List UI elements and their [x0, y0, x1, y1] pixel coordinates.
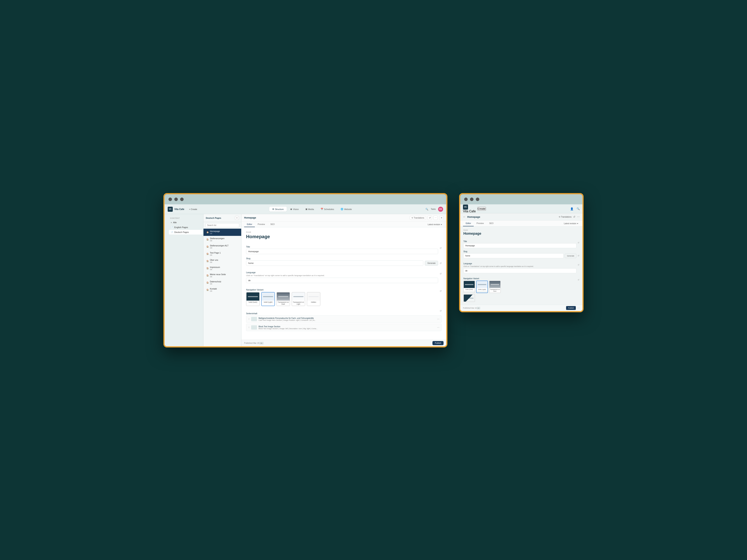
- nav-tab-vision[interactable]: ◉ Vision: [287, 207, 302, 212]
- sidebar: Content ≡ Alle 📄 English Pages 📄 Deutsch…: [164, 214, 204, 346]
- page-item-stellenanzeigen-alt[interactable]: 🏠 Stellenanzeigen ALT DE: [204, 243, 241, 250]
- add-page-button[interactable]: +: [235, 216, 239, 220]
- sec-page-big-title: Homepage: [463, 232, 579, 236]
- sec-generate-slug-button[interactable]: Generate: [565, 254, 576, 258]
- sec-page-section-label: Page: [463, 229, 579, 231]
- sec-traffic-light-close[interactable]: [464, 197, 468, 201]
- page-item-impressum[interactable]: 🏠 Impressum DE: [204, 265, 241, 272]
- sec-nav-variant-solid-dark-preview: [464, 281, 475, 288]
- sec-nav-variant-transparent-dark[interactable]: Transparent on Dark: [489, 281, 501, 293]
- more-options-button[interactable]: ⋯: [433, 216, 438, 220]
- tab-seo[interactable]: SEO: [268, 222, 277, 227]
- sec-traffic-light-minimize[interactable]: [470, 197, 473, 201]
- nav-variant-sync-icon[interactable]: ↺: [440, 290, 442, 292]
- sec-tab-editor[interactable]: Editor: [463, 220, 474, 226]
- slug-sync-icon[interactable]: ↺: [440, 262, 442, 265]
- sec-language-field-input[interactable]: [463, 268, 576, 273]
- sec-traffic-light-maximize[interactable]: [476, 197, 479, 201]
- sidebar-item-alle[interactable]: ≡ Alle: [169, 220, 203, 225]
- tasks-label[interactable]: Tasks: [431, 208, 436, 210]
- generate-slug-button[interactable]: Generate: [425, 261, 438, 266]
- page-item-uber-uns[interactable]: 🏠 Über uns DE: [204, 258, 241, 265]
- tab-editor[interactable]: Editor: [244, 222, 255, 227]
- drag-handle-0[interactable]: ⠿: [248, 318, 250, 320]
- slug-field-label: Slug: [246, 257, 442, 260]
- title-sync-icon[interactable]: ↺: [440, 247, 442, 249]
- content-sync-icon[interactable]: ↺: [440, 310, 442, 312]
- page-item-stellenanzeigen[interactable]: 🏠 Stellenanzeigen DE: [204, 236, 241, 243]
- content-item-0[interactable]: ⠿ Maßgeschneiderte Personalsuche für Fac…: [246, 315, 442, 323]
- translations-button[interactable]: ⟲ Translations: [410, 216, 426, 220]
- sec-slug-field-input[interactable]: [463, 254, 564, 258]
- sec-nav-variant-sync-icon[interactable]: ↺: [577, 278, 579, 281]
- published-label: Published Mar 15: [244, 342, 259, 344]
- sec-tab-seo[interactable]: SEO: [487, 220, 496, 226]
- sidebar-item-english-pages[interactable]: 📄 English Pages: [169, 225, 203, 230]
- main-content: Content ≡ Alle 📄 English Pages 📄 Deutsch…: [164, 214, 446, 346]
- sec-translations-button[interactable]: ⟲ Translations: [559, 216, 571, 218]
- page-item-kontakt[interactable]: 🏠 Kontakt DE: [204, 286, 241, 293]
- nav-tab-website[interactable]: 🌐 Website: [337, 207, 355, 212]
- page-item-meine-neue-seite[interactable]: 🏠 Meine neue Seite DE: [204, 272, 241, 279]
- user-avatar[interactable]: DS: [438, 207, 443, 212]
- nav-tab-structure[interactable]: ⊞ Structure: [269, 207, 287, 212]
- sec-language-sync-icon[interactable]: ↺: [577, 264, 579, 266]
- title-field-input[interactable]: [246, 249, 438, 254]
- nav-tab-schedules[interactable]: 📅 Schedules: [317, 207, 337, 212]
- create-button[interactable]: + Create: [187, 207, 199, 211]
- page-item-datenschutz[interactable]: 🏠 Datenschutz DE: [204, 279, 241, 286]
- tab-preview[interactable]: Preview: [255, 222, 267, 227]
- sec-publish-button[interactable]: Publish: [566, 306, 576, 310]
- sec-nav-variant-extra[interactable]: [463, 294, 475, 302]
- sec-more-options-button[interactable]: ⋯: [577, 215, 580, 218]
- sidebar-item-deutsch-pages[interactable]: 📄 Deutsch Pages: [169, 230, 203, 235]
- sec-back-button[interactable]: ←: [463, 215, 466, 218]
- sec-tab-preview[interactable]: Preview: [474, 220, 486, 226]
- nav-variant-hidden[interactable]: Hidden: [307, 292, 320, 306]
- nav-tab-media[interactable]: ▣ Media: [302, 207, 317, 212]
- content-item-more-1[interactable]: ⋯: [437, 326, 439, 329]
- refresh-button[interactable]: ↺: [428, 216, 432, 220]
- content-item-more-0[interactable]: ⋯: [437, 318, 439, 320]
- page-item-homepage[interactable]: 🏠 Homepage DE: [204, 229, 241, 236]
- sec-chevron-down-icon: ▾: [577, 222, 578, 224]
- sec-create-button[interactable]: Create: [478, 207, 486, 211]
- sec-nav-variant-solid-light-label: Solid (Light): [476, 288, 488, 291]
- lang-badge: de: [259, 342, 264, 345]
- sec-user-icon[interactable]: 👤: [570, 207, 573, 210]
- editor-content: Page Homepage Title ↺ Slug: [241, 227, 446, 340]
- drag-handle-1[interactable]: ⠿: [248, 326, 250, 329]
- nav-variant-transparent-dark[interactable]: Transparent on Dark: [277, 292, 290, 306]
- page-item-test-page-1[interactable]: 🏠 Test Page 1 DE: [204, 250, 241, 258]
- sec-bottombar-more[interactable]: ⋯: [577, 306, 580, 309]
- sec-revision-selector[interactable]: Latest revision ▾: [562, 222, 580, 225]
- traffic-light-close[interactable]: [169, 197, 172, 201]
- sec-language-field-desc: Click on "Translations" on top right cor…: [463, 265, 576, 267]
- search-icon[interactable]: 🔍: [426, 208, 428, 211]
- sec-refresh-button[interactable]: ↺: [573, 215, 575, 218]
- language-field-input[interactable]: [246, 278, 438, 283]
- sec-search-icon[interactable]: 🔍: [576, 207, 580, 210]
- sec-nav-variant-solid-dark[interactable]: Solid (Dark): [463, 281, 475, 293]
- traffic-light-maximize[interactable]: [180, 197, 184, 201]
- publish-button[interactable]: Publish: [433, 341, 443, 345]
- sec-title-field-input[interactable]: [463, 243, 576, 248]
- nav-variant-label: Navigation Variant: [246, 289, 438, 291]
- traffic-light-minimize[interactable]: [174, 197, 178, 201]
- sec-nav-variant-solid-light[interactable]: Solid (Light): [476, 281, 488, 293]
- search-input[interactable]: [205, 223, 239, 227]
- revision-selector[interactable]: Latest revision ▾: [426, 222, 443, 227]
- nav-variant-solid-light[interactable]: Solid (Light): [261, 292, 275, 306]
- nav-variant-transparent-light[interactable]: Transparent on Light: [291, 292, 305, 306]
- chevron-down-icon: ▾: [441, 223, 442, 225]
- sec-slug-field-row: Generate ↺: [463, 254, 579, 258]
- slug-field-input[interactable]: [246, 260, 423, 266]
- language-sync-icon[interactable]: ↺: [440, 272, 442, 275]
- kontakt-icon: 🏠: [206, 289, 209, 291]
- sec-logo-area: VC Vita Cafe: [463, 205, 476, 213]
- nav-variant-solid-dark[interactable]: Solid (Dark): [246, 292, 260, 306]
- content-item-1[interactable]: ⠿ Block Text Image Section Block Text Im…: [246, 324, 442, 331]
- close-editor-button[interactable]: ✕: [439, 216, 443, 220]
- sec-slug-sync-icon[interactable]: ↺: [577, 255, 579, 257]
- sec-title-sync-icon[interactable]: ↺: [577, 241, 579, 244]
